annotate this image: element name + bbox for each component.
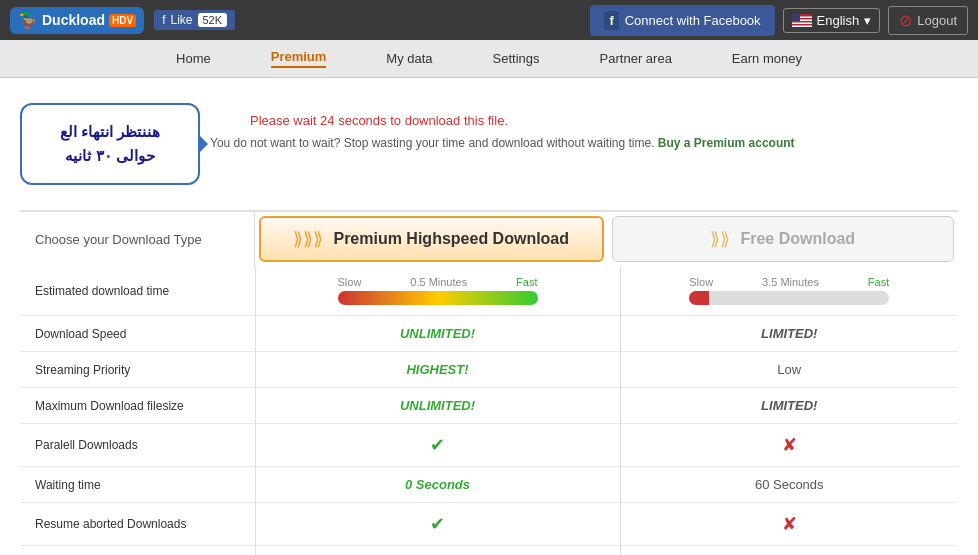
nav-earnmoney[interactable]: Earn money [732,51,802,66]
premium-download-button[interactable]: ⟫⟫⟫ Premium Highspeed Download [259,216,604,262]
row-premium-waiting: 0 Seconds [255,467,620,503]
wait-message: Please wait 24 seconds to download this … [250,113,958,128]
row-premium-parallel: ✔ [255,424,620,467]
header-right: f Connect with Facebook English ▾ ⊘ Logo… [590,5,968,36]
table-row: Resume aborted Downloads ✔ ✘ [20,503,958,546]
premium-speed-labels: Slow 0.5 Minutes Fast [338,276,538,288]
premium-arrows-icon: ⟫⟫⟫ [293,228,323,250]
nav-partner[interactable]: Partner area [600,51,672,66]
free-filesize-value: LIMITED! [761,398,817,413]
free-btn-label: Free Download [740,230,855,248]
svg-rect-9 [792,14,800,21]
chevron-down-icon: ▾ [864,13,871,28]
nav-home[interactable]: Home [176,51,211,66]
row-premium-files: UNLIMITED! [255,546,620,556]
table-row: Streaming Priority HIGHEST! Low [20,352,958,388]
premium-waiting-value: 0 Seconds [405,477,470,492]
callout-area: هننتظر انتهاء الع حوالى ٣٠ ثانيه Please … [20,93,958,200]
header-left: 🦆 Duckload HDV f Like 52K [10,7,235,34]
row-free-resume: ✘ [620,503,958,546]
logo: 🦆 Duckload HDV [10,7,144,34]
fb-connect-icon: f [604,11,618,30]
row-free-streaming: Low [620,352,958,388]
free-speed-bar [689,291,889,305]
no-wait-text: You do not want to wait? Stop wasting yo… [210,136,958,150]
facebook-like-button[interactable]: f Like 52K [154,10,235,30]
premium-speed-value: UNLIMITED! [400,326,475,341]
premium-speed-bar-wrapper: Slow 0.5 Minutes Fast [271,276,605,305]
premium-minutes: 0.5 Minutes [410,276,467,288]
nav-settings[interactable]: Settings [493,51,540,66]
callout-right: Please wait 24 seconds to download this … [210,103,958,150]
language-label: English [817,13,860,28]
free-resume-cross: ✘ [782,514,797,534]
row-free-waiting: 60 Seconds [620,467,958,503]
nav-mydata[interactable]: My data [386,51,432,66]
language-selector[interactable]: English ▾ [783,8,881,33]
row-free-files: 30 Days [620,546,958,556]
free-slow-label: Slow [689,276,713,288]
row-premium-streaming: HIGHEST! [255,352,620,388]
svg-rect-6 [792,22,812,24]
table-row: Estimated download time Slow 0.5 Minutes… [20,266,958,316]
fast-label: Fast [516,276,537,288]
nav-premium[interactable]: Premium [271,49,327,68]
free-fast-label: Fast [868,276,889,288]
callout-bubble: هننتظر انتهاء الع حوالى ٣٠ ثانيه [20,103,200,185]
row-premium-time: Slow 0.5 Minutes Fast [255,266,620,316]
row-free-filesize: LIMITED! [620,388,958,424]
fb-connect-button[interactable]: f Connect with Facebook [590,5,774,36]
fb-connect-label: Connect with Facebook [625,13,761,28]
svg-rect-7 [792,24,812,26]
download-section: Choose your Download Type ⟫⟫⟫ Premium Hi… [20,210,958,555]
logout-label: Logout [917,13,957,28]
logout-icon: ⊘ [899,11,912,30]
premium-resume-check: ✔ [430,514,445,534]
row-label-streaming: Streaming Priority [20,352,255,388]
premium-speed-bar [338,291,538,305]
free-download-button[interactable]: ⟫⟫ Free Download [612,216,955,262]
comparison-table: Estimated download time Slow 0.5 Minutes… [20,266,958,555]
callout-arabic-text: هننتظر انتهاء الع حوالى ٣٠ ثانيه [42,120,178,168]
svg-rect-5 [792,21,812,23]
table-row: Waiting time 0 Seconds 60 Seconds [20,467,958,503]
free-minutes: 3.5 Minutes [762,276,819,288]
free-streaming-value: Low [777,362,801,377]
download-type-header: Choose your Download Type ⟫⟫⟫ Premium Hi… [20,212,958,266]
header: 🦆 Duckload HDV f Like 52K f Connect with… [0,0,978,40]
logout-button[interactable]: ⊘ Logout [888,6,968,35]
slow-label: Slow [338,276,362,288]
choose-label: Choose your Download Type [20,212,255,266]
free-waiting-value: 60 Seconds [755,477,824,492]
row-premium-filesize: UNLIMITED! [255,388,620,424]
svg-rect-8 [792,25,812,27]
table-row: Files kept on Servers for UNLIMITED! 30 … [20,546,958,556]
premium-filesize-value: UNLIMITED! [400,398,475,413]
logo-duck-icon: 🦆 [18,11,38,30]
free-speed-bar-wrapper: Slow 3.5 Minutes Fast [636,276,944,305]
free-speed-labels: Slow 3.5 Minutes Fast [689,276,889,288]
row-premium-resume: ✔ [255,503,620,546]
logo-text: Duckload [42,12,105,28]
free-parallel-cross: ✘ [782,435,797,455]
row-free-time: Slow 3.5 Minutes Fast [620,266,958,316]
row-label-files: Files kept on Servers for [20,546,255,556]
flag-icon [792,14,812,27]
table-row: Maximum Download filesize UNLIMITED! LIM… [20,388,958,424]
callout-wrapper: هننتظر انتهاء الع حوالى ٣٠ ثانيه Please … [20,103,958,185]
fb-icon: f [162,13,165,27]
free-arrows-icon: ⟫⟫ [710,228,730,250]
row-label-filesize: Maximum Download filesize [20,388,255,424]
premium-streaming-value: HIGHEST! [406,362,468,377]
premium-btn-label: Premium Highspeed Download [333,230,569,248]
row-label-speed: Download Speed [20,316,255,352]
like-label: Like [170,13,192,27]
free-speed-value: LIMITED! [761,326,817,341]
row-label-waiting: Waiting time [20,467,255,503]
row-label-parallel: Paralell Downloads [20,424,255,467]
row-label-resume: Resume aborted Downloads [20,503,255,546]
navigation: Home Premium My data Settings Partner ar… [0,40,978,78]
buy-premium-link[interactable]: Buy a Premium account [658,136,795,150]
row-free-parallel: ✘ [620,424,958,467]
main-content: هننتظر انتهاء الع حوالى ٣٠ ثانيه Please … [0,78,978,555]
